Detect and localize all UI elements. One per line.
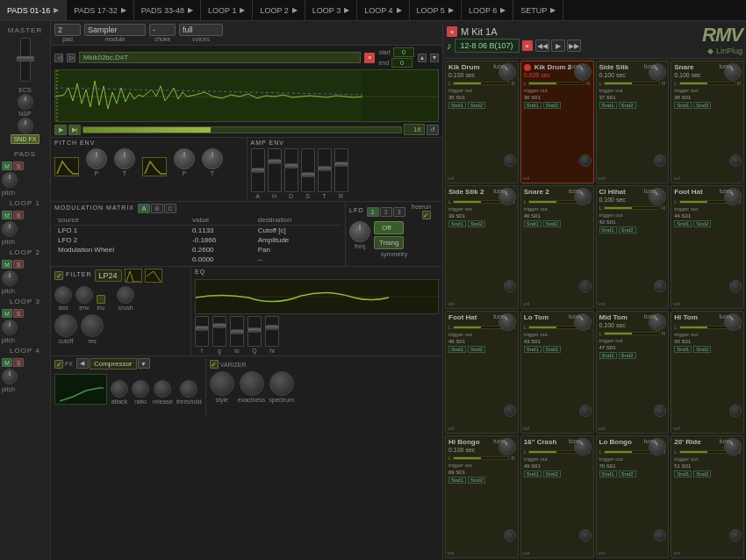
loop3-m[interactable]: M <box>2 309 12 318</box>
snd2-btn-9[interactable]: Snd2 <box>468 346 485 353</box>
nav-tab-loop5[interactable]: LOOP 5 ▶ <box>410 0 462 20</box>
nav-tab-loop2[interactable]: LOOP 2 ▶ <box>253 0 305 20</box>
dist-knob[interactable] <box>54 286 72 304</box>
drum-pad-2[interactable]: Kik Drum 2 0.026 sec L R trigger out 36 … <box>520 61 594 183</box>
progress-bar[interactable] <box>82 126 402 133</box>
eq-hi-fader[interactable] <box>265 316 279 347</box>
attack-knob[interactable] <box>111 380 128 398</box>
loop1-m[interactable]: M <box>2 211 12 219</box>
lfo-tab-3[interactable]: 3 <box>393 207 405 217</box>
loop-count[interactable]: 16 <box>404 124 425 135</box>
pitch-p2-knob[interactable] <box>174 148 195 169</box>
lr-track-11[interactable] <box>604 332 660 335</box>
filter-shape-1[interactable] <box>125 269 142 283</box>
snd1-btn-16[interactable]: Snd1 <box>674 470 692 477</box>
pitch-p1-knob[interactable] <box>86 148 107 169</box>
lr-track-1[interactable] <box>453 82 509 85</box>
drum-pad-8[interactable]: Foot Hat L R trigger out 44 S01 Sn <box>671 185 744 308</box>
fx-btn-1[interactable]: ◀ <box>76 358 89 369</box>
snd2-btn-1[interactable]: Snd2 <box>468 102 485 109</box>
mod-tab-a[interactable]: A <box>138 204 150 213</box>
snd1-btn-7[interactable]: Snd1 <box>599 226 617 233</box>
loop1-pitch-knob[interactable] <box>2 221 18 237</box>
lr-track-13[interactable] <box>453 456 509 460</box>
snd2-btn-11[interactable]: Snd2 <box>619 352 636 359</box>
ecs-knob[interactable] <box>18 94 33 110</box>
sndfx-button[interactable]: SND FX <box>11 134 40 144</box>
scroll-left-btn[interactable]: ◁ <box>54 54 63 62</box>
module-selector[interactable]: Sampler <box>84 24 146 36</box>
vol-knob-6[interactable] <box>579 280 592 292</box>
pad-selector[interactable]: 2 <box>54 24 81 36</box>
style-knob[interactable] <box>210 371 234 396</box>
snd2-btn-16[interactable]: Snd2 <box>693 470 711 477</box>
drum-pad-1[interactable]: Kik Drum 0.100 sec L R trigger out 35 S0… <box>445 61 519 183</box>
drum-pad-13[interactable]: Hi Bongo 0.100 sec L R trigger out 69 S0… <box>445 435 519 558</box>
mod-row-4[interactable]: 0.0000 -- <box>54 255 341 264</box>
mod-row-2[interactable]: LFO 2 -0.1866 Amplitude <box>54 235 341 245</box>
loop-btn[interactable]: ↺ <box>427 125 439 135</box>
varizer-enable-checkbox[interactable] <box>210 360 219 369</box>
snd1-btn-3[interactable]: Snd1 <box>599 102 617 109</box>
lfo-tab-2[interactable]: 2 <box>380 207 392 217</box>
vol-knob-14[interactable] <box>579 529 592 542</box>
vol-knob-2[interactable] <box>579 154 592 167</box>
snd1-btn-8[interactable]: Snd1 <box>674 220 692 227</box>
snd1-btn-11[interactable]: Snd1 <box>599 352 617 359</box>
pitch-env-shape-1[interactable] <box>54 157 79 176</box>
loop4-pitch-knob[interactable] <box>2 369 18 384</box>
drum-pad-3[interactable]: Side Stik 0.100 sec L R trigger out 37 S… <box>596 61 670 183</box>
tempo-close-btn[interactable]: × <box>522 40 533 51</box>
snd2-btn-8[interactable]: Snd2 <box>693 220 711 227</box>
loop4-m[interactable]: M <box>2 358 12 367</box>
drum-pad-7[interactable]: Cl Hihat 0.100 sec L R trigger out 42 S0… <box>596 185 670 308</box>
amp-fader-r-track[interactable] <box>334 148 348 192</box>
snd1-btn-13[interactable]: Snd1 <box>448 477 466 484</box>
loop2-s[interactable]: S <box>13 260 24 269</box>
transport-next-btn[interactable]: ▶▶ <box>567 39 581 52</box>
snd1-btn-9[interactable]: Snd1 <box>448 346 466 353</box>
lfo-tab-1[interactable]: 1 <box>367 207 379 217</box>
vol-knob-5[interactable] <box>504 280 516 292</box>
exactness-knob[interactable] <box>240 371 264 396</box>
mod-row-1[interactable]: LFO 1 0.1133 Cutoff [c] <box>54 226 341 236</box>
transport-play-btn[interactable]: ▶ <box>551 39 565 52</box>
snd2-btn-7[interactable]: Snd2 <box>619 226 636 233</box>
snd1-btn-10[interactable]: Snd1 <box>524 346 542 353</box>
snd1-btn-5[interactable]: Snd1 <box>448 220 466 227</box>
filter-type-selector[interactable]: LP24 <box>95 269 122 282</box>
snd2-btn-6[interactable]: Snd2 <box>543 220 561 227</box>
pads-pitch-knob[interactable] <box>2 172 18 188</box>
snd2-btn-10[interactable]: Snd2 <box>543 346 561 353</box>
loop2-pitch-knob[interactable] <box>2 270 18 286</box>
voices-selector[interactable]: full <box>179 24 223 36</box>
drum-pad-15[interactable]: Lo Bongo L R trigger out 70 S01 Sn <box>596 435 670 558</box>
nav-tab-loop1[interactable]: LOOP 1 ▶ <box>201 0 253 20</box>
vol-knob-4[interactable] <box>729 154 742 167</box>
transport-prev-btn[interactable]: ◀◀ <box>535 39 549 52</box>
pitch-t1-knob[interactable] <box>114 148 135 169</box>
vol-knob-7[interactable] <box>654 280 666 292</box>
drum-pad-12[interactable]: Hi Tom L R trigger out 50 S01 Snd1 <box>671 311 744 434</box>
ratio-knob[interactable] <box>132 380 149 398</box>
vol-knob-9[interactable] <box>504 405 516 417</box>
snd2-btn-15[interactable]: Snd2 <box>619 470 636 477</box>
spectrum-knob[interactable] <box>269 371 294 396</box>
mod-tab-b[interactable]: B <box>151 204 163 213</box>
drum-pad-14[interactable]: 16" Crash L R trigger out 49 S01 S <box>520 435 594 558</box>
eq-f-fader[interactable] <box>195 316 209 347</box>
snd2-btn-4[interactable]: Snd2 <box>693 102 711 109</box>
pitch-env-shape-2[interactable] <box>142 157 167 176</box>
pads-m-button[interactable]: M <box>2 162 12 170</box>
sample-close-btn[interactable]: × <box>364 53 375 63</box>
threshold-knob[interactable] <box>180 380 197 398</box>
vol-knob-15[interactable] <box>654 529 666 542</box>
drum-pad-11[interactable]: Mid Tom 0.100 sec L R trigger out 47 S01 <box>596 311 670 434</box>
vol-knob-8[interactable] <box>729 280 742 292</box>
snd1-btn-14[interactable]: Snd1 <box>524 470 542 477</box>
nav-tab-loop4[interactable]: LOOP 4 ▶ <box>357 0 409 20</box>
inv-checkbox[interactable] <box>97 295 105 304</box>
amp-fader-t-track[interactable] <box>318 148 332 192</box>
loop1-s[interactable]: S <box>13 211 24 219</box>
eq-display[interactable] <box>195 279 439 314</box>
